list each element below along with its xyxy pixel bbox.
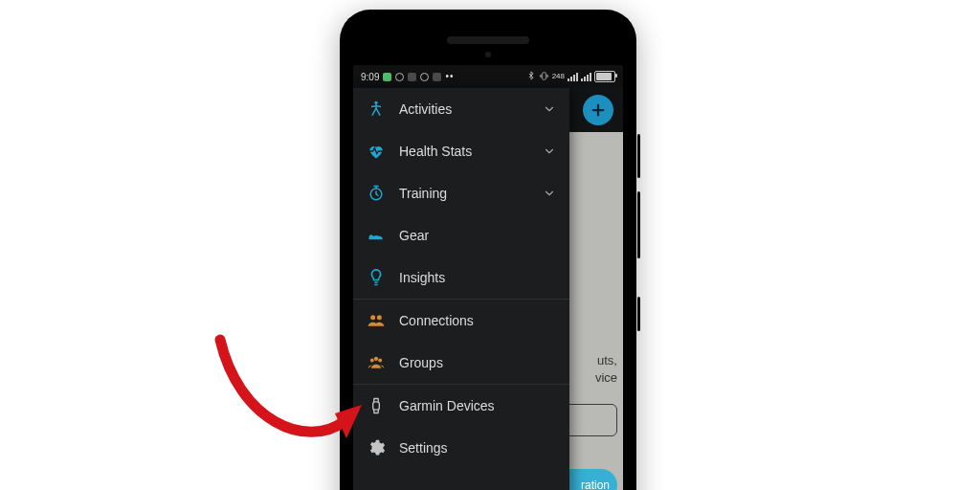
nav-drawer: Activities Health Stats Training [353,88,569,490]
nav-item-gear[interactable]: Gear [353,214,569,256]
nav-item-activities[interactable]: Activities [353,88,569,130]
status-time: 9:09 [361,72,379,82]
svg-point-3 [370,315,375,320]
nav-item-label: Garmin Devices [399,398,556,413]
more-status-icon: •• [445,72,454,81]
linkedin-status-icon [433,73,441,81]
facebook-status-icon [408,73,416,81]
signal-icon [568,72,578,81]
svg-point-5 [370,359,374,363]
gear-shoe-icon [367,226,386,245]
background-outline-button[interactable] [562,404,617,436]
background-pill-label: ration [581,479,610,490]
nav-item-health-stats[interactable]: Health Stats [353,130,569,172]
status-bar: 9:09 •• 248 [353,65,623,88]
chevron-down-icon [543,187,556,200]
watch-icon [367,396,386,415]
front-camera [485,52,491,57]
insights-icon [367,268,386,287]
status-app-icon [383,73,391,81]
nav-item-label: Training [399,186,529,201]
side-button [637,191,640,258]
nav-item-label: Health Stats [399,144,529,159]
stage: 9:09 •• 248 [0,0,980,490]
settings-icon [367,438,386,457]
chevron-down-icon [543,145,556,158]
svg-point-4 [377,315,382,320]
phone-frame: 9:09 •• 248 [340,10,636,490]
add-button[interactable] [583,95,613,125]
vibrate-icon [539,71,549,83]
nav-item-connections[interactable]: Connections [353,300,569,342]
nav-item-label: Insights [399,270,556,285]
side-button [637,134,640,178]
nav-item-label: Activities [399,101,529,117]
svg-rect-8 [373,402,380,410]
phone-screen: 9:09 •• 248 [353,65,623,490]
nav-item-label: Groups [399,355,556,370]
nav-item-settings[interactable]: Settings [353,427,569,469]
nav-item-label: Gear [399,228,556,243]
background-text: uts, vice [595,352,617,387]
bluetooth-icon [526,71,536,82]
background-text-line: uts, [595,352,617,369]
side-button [637,297,640,331]
background-text-line: vice [595,369,617,387]
battery-icon [594,71,615,82]
chevron-down-icon [543,102,556,116]
nav-item-garmin-devices[interactable]: Garmin Devices [353,385,569,427]
data-usage-text: 248 [552,73,565,80]
connections-icon [367,311,386,330]
nav-item-label: Settings [399,440,556,456]
nav-item-insights[interactable]: Insights [353,256,569,299]
plus-icon [590,101,607,119]
svg-point-6 [374,357,378,361]
signal-icon [581,72,591,81]
svg-point-1 [374,101,377,104]
status-app-icon [395,73,404,81]
groups-icon [367,353,386,372]
health-icon [367,142,386,161]
nav-item-label: Connections [399,313,556,328]
status-app-icon [420,73,429,81]
nav-item-groups[interactable]: Groups [353,342,569,384]
svg-point-7 [378,359,382,363]
activities-icon [367,100,386,119]
training-icon [367,184,386,203]
svg-rect-0 [542,72,546,78]
speaker-grille [447,36,529,44]
nav-item-training[interactable]: Training [353,172,569,214]
